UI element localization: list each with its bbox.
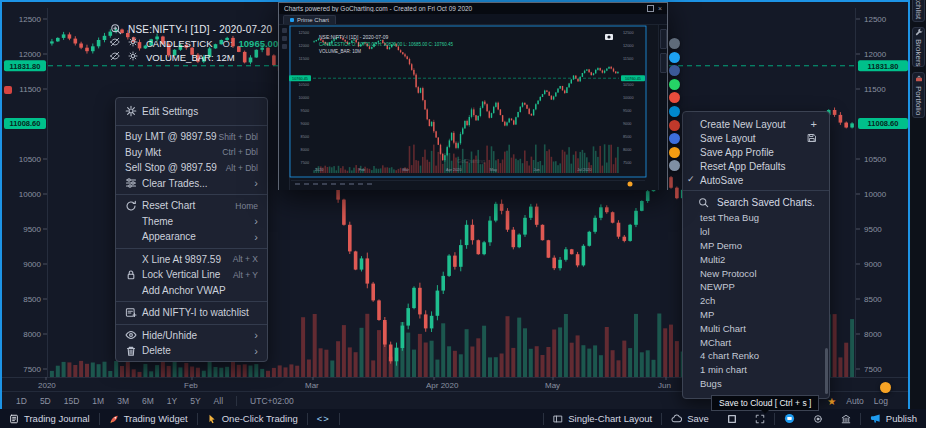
volume-settings-gear-icon[interactable] — [128, 51, 140, 63]
watchlist-add-icon — [125, 307, 142, 319]
timeframe-5d[interactable]: 5D — [40, 396, 51, 406]
floppy-save-icon — [807, 133, 817, 143]
menu-item-sell-stop[interactable]: Sell Stop @ 9897.59 Alt + Dbl — [116, 160, 267, 176]
timeframe-1d[interactable]: 1D — [16, 396, 27, 406]
publish-button[interactable]: Publish — [861, 409, 926, 428]
menu-item-hide-unhide[interactable]: Hide/Unhide › — [116, 328, 267, 344]
record-button[interactable] — [804, 409, 832, 428]
share-icon-0[interactable] — [669, 38, 680, 49]
share-icon-5[interactable] — [669, 106, 680, 117]
symbol-search-icon[interactable] — [110, 23, 122, 35]
journal-icon — [9, 414, 19, 424]
saved-chart-item[interactable]: Multi2 — [683, 252, 829, 266]
one-click-trading-button[interactable]: One-Click Trading — [198, 409, 307, 428]
svg-text:11831.80: 11831.80 — [868, 62, 899, 71]
menu-item-create-new-layout[interactable]: Create New Layout + — [683, 117, 829, 131]
menu-item-save-layout[interactable]: Save Layout — [683, 131, 829, 145]
mini-tab — [660, 53, 667, 73]
auto-scale-toggle[interactable]: Auto — [846, 396, 864, 406]
open-label: O: — [223, 38, 233, 49]
floating-action-dot[interactable] — [880, 382, 891, 393]
code-widget-button[interactable]: <> — [308, 409, 339, 428]
save-button[interactable]: Save — [662, 409, 718, 428]
saved-chart-item[interactable]: 4 chart Renko — [683, 349, 829, 363]
popup-close-icon[interactable]: × — [658, 5, 662, 12]
share-icon-9[interactable] — [669, 160, 680, 171]
svg-text:10000: 10000 — [623, 96, 634, 100]
menu-item-reset-app-defaults[interactable]: Reset App Defaults — [683, 159, 829, 173]
timeframe-3m[interactable]: 3M — [117, 396, 129, 406]
menu-item-add-anchor-vwap[interactable]: Add Anchor VWAP — [116, 283, 267, 299]
tab-watchlist[interactable]: Watchlist — [912, 0, 925, 22]
timeframe-1m[interactable]: 1M — [92, 396, 104, 406]
shortcut: Alt + Dbl — [226, 163, 258, 173]
saved-chart-item[interactable]: lol — [683, 225, 829, 239]
saved-chart-item[interactable]: MChart — [683, 335, 829, 349]
menu-item-appearance[interactable]: Appearance › — [116, 229, 267, 245]
alert-icon[interactable] — [4, 86, 12, 94]
timeframe-1y[interactable]: 1Y — [167, 396, 177, 406]
menu-item-x-line[interactable]: X Line At 9897.59 Alt + X — [116, 252, 267, 268]
refresh-icon — [125, 200, 142, 212]
saved-chart-item[interactable]: 1 min chart — [683, 363, 829, 377]
share-icon-7[interactable] — [669, 133, 680, 144]
fullscreen-button[interactable] — [746, 409, 774, 428]
tab-portfolio[interactable]: Portfolio — [912, 72, 925, 118]
saved-chart-item[interactable]: 2ch — [683, 294, 829, 308]
scrollbar-thumb[interactable] — [825, 348, 828, 394]
popup-expand-icon[interactable] — [647, 5, 654, 12]
search-saved-charts-input[interactable]: Search Saved Charts. — [683, 194, 829, 211]
timeframe-all[interactable]: All — [214, 396, 223, 406]
log-scale-toggle[interactable]: Log — [874, 396, 888, 406]
trading-widget-button[interactable]: Trading Widget — [100, 409, 197, 428]
share-icon-6[interactable] — [669, 120, 680, 131]
menu-item-lock-vertical-line[interactable]: Lock Vertical Line Alt + Y — [116, 267, 267, 283]
timeframe-15d[interactable]: 15D — [64, 396, 80, 406]
screenshot-button[interactable] — [775, 409, 804, 428]
search-placeholder: Search Saved Charts. — [717, 197, 815, 208]
svg-text:11500: 11500 — [299, 57, 309, 61]
menu-item-reset-chart[interactable]: Reset Chart Home — [116, 198, 267, 214]
svg-text:11500: 11500 — [864, 85, 886, 94]
share-icon-8[interactable] — [669, 147, 680, 158]
menu-item-save-app-profile[interactable]: Save App Profile — [683, 145, 829, 159]
share-icon-4[interactable] — [669, 92, 680, 103]
menu-item-buy-lmt[interactable]: Buy LMT @ 9897.59 Shift + Dbl — [116, 129, 267, 145]
menu-item-theme[interactable]: Theme › — [116, 214, 267, 230]
select-region-button[interactable] — [718, 409, 746, 428]
mini-volume-study: VOLUME_BAR: 10M — [319, 49, 361, 54]
share-icon-3[interactable] — [669, 79, 680, 90]
menu-item-edit-settings[interactable]: Edit Settings — [116, 100, 267, 122]
saved-chart-item[interactable]: MP — [683, 308, 829, 322]
popup-tab-prime-chart[interactable]: Prime Chart — [283, 15, 336, 24]
trading-journal-button[interactable]: Trading Journal — [0, 409, 99, 428]
saved-chart-item[interactable]: New Protocol — [683, 266, 829, 280]
saved-chart-item[interactable]: Multi Chart — [683, 321, 829, 335]
timeframe-5y[interactable]: 5Y — [190, 396, 200, 406]
timeframe-6m[interactable]: 6M — [142, 396, 154, 406]
timezone-selector[interactable]: UTC+02:00 — [250, 396, 294, 406]
study-settings-gear-icon[interactable] — [128, 37, 140, 49]
menu-item-delete[interactable]: Delete › — [116, 343, 267, 359]
hide-study-icon[interactable] — [110, 37, 122, 49]
menu-item-clear-trades[interactable]: Clear Trades... › — [116, 176, 267, 192]
divider — [339, 413, 340, 425]
share-icon-2[interactable] — [669, 65, 680, 76]
saved-chart-item[interactable]: test Thea Bug — [683, 211, 829, 225]
hide-volume-icon[interactable] — [110, 51, 122, 63]
trading-journal-label: Trading Journal — [24, 413, 90, 424]
tab-brokers[interactable]: Brokers — [912, 27, 925, 67]
menu-item-add-to-watchlist[interactable]: Add NIFTY-I to watchlist — [116, 305, 267, 321]
menu-item-buy-mkt[interactable]: Buy Mkt Ctrl + Dbl — [116, 145, 267, 161]
saved-chart-item[interactable]: Bugs — [683, 377, 829, 391]
svg-text:12500: 12500 — [623, 31, 634, 35]
single-chart-layout-button[interactable]: Single-Chart Layout — [544, 409, 661, 428]
exchange-button[interactable] — [832, 409, 860, 428]
saved-chart-item[interactable]: MP Demo — [683, 239, 829, 253]
saved-chart-item[interactable]: NEWPP — [683, 280, 829, 294]
share-icon-1[interactable] — [669, 52, 680, 63]
menu-item-autosave[interactable]: ✓ AutoSave — [683, 173, 829, 187]
study-name: CANDLESTICK — [146, 38, 213, 49]
menu-item-label: Create New Layout — [700, 119, 786, 130]
svg-text:May: May — [490, 168, 497, 172]
